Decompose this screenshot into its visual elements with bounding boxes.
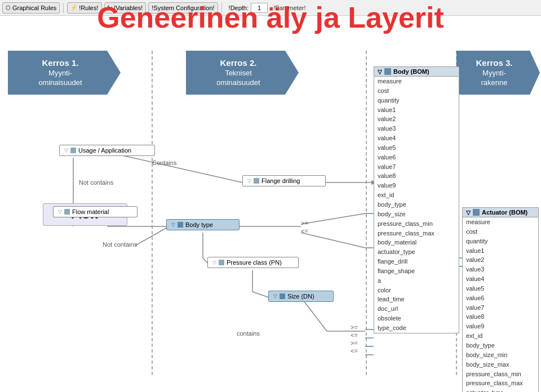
body-bom-row: quantity: [374, 96, 459, 105]
body-bom-row: body_size: [374, 210, 459, 219]
canvas: Kerros 1. Myynti- ominaisuudet Kerros 2.…: [0, 16, 541, 392]
actuator-bom-row: actuator_type: [463, 388, 538, 392]
layer1-line1: Kerros 1.: [42, 57, 78, 69]
body-bom-row: value3: [374, 124, 459, 133]
flange-drilling-node[interactable]: ▽ Flange drilling: [242, 175, 326, 186]
body-bom-row: value7: [374, 162, 459, 172]
graphical-rules-label: Graphical Rules: [12, 5, 56, 11]
flow-material-icon: [64, 209, 70, 215]
graphical-rules-button[interactable]: ⬡ Graphical Rules: [2, 2, 60, 14]
variables-button[interactable]: fx !Variables!: [104, 2, 147, 14]
gte-label-3: >=: [351, 340, 358, 346]
actuator-bom-row: body_size_max: [463, 360, 538, 369]
gte-label-2: >=: [351, 324, 358, 331]
body-bom-row: value4: [374, 133, 459, 143]
body-bom-row: pressure_class_max: [374, 229, 459, 238]
actuator-bom-title: Actuator (BOM): [482, 209, 527, 216]
body-type-node[interactable]: ▽ Body type: [166, 219, 240, 230]
contains-label: Contains: [152, 159, 176, 166]
layer2-line3: ominaisuudet: [216, 78, 260, 88]
pressure-class-node[interactable]: ▽ Pressure class (PN): [207, 257, 299, 268]
layer3-line2: Myynti-: [482, 69, 506, 78]
body-bom-row: type_code: [374, 323, 459, 333]
actuator-bom-table: ▽ Actuator (BOM) measurecostquantityvalu…: [462, 207, 539, 392]
pressure-icon: [219, 260, 224, 265]
body-bom-row: flange_shape: [374, 266, 459, 276]
actuator-bom-row: value4: [463, 274, 538, 284]
actuator-bom-icon: [473, 209, 480, 216]
flange-label: Flange drilling: [261, 177, 300, 184]
svg-line-16: [301, 298, 327, 331]
actuator-bom-row: body_type: [463, 341, 538, 350]
flange-icon: [254, 178, 259, 184]
layer3-line3: rakenne: [481, 78, 508, 88]
param-label: !Parameter!: [273, 5, 305, 11]
body-bom-row: value8: [374, 171, 459, 181]
svg-line-3: [105, 152, 242, 182]
actuator-bom-row: value3: [463, 265, 538, 274]
body-bom-row: body_type: [374, 200, 459, 210]
not-contains-label-2: Not contains: [103, 241, 137, 248]
actuator-bom-rows: measurecostquantityvalue1value2value3val…: [463, 217, 538, 392]
body-bom-header: ▽ Body (BOM): [374, 67, 459, 77]
body-type-label: Body type: [185, 221, 213, 228]
body-bom-row: lead_time: [374, 295, 459, 304]
actuator-bom-row: value2: [463, 255, 538, 265]
body-bom-title: Body (BOM): [393, 68, 429, 75]
size-dn-node[interactable]: ▽ Size (DN): [268, 291, 334, 302]
svg-line-13: [135, 226, 169, 246]
body-bom-row: value9: [374, 181, 459, 190]
rules-label: !Rules!: [79, 5, 98, 11]
actuator-bom-row: pressure_class_max: [463, 378, 538, 388]
layer2-line1: Kerros 2.: [220, 57, 256, 69]
lte-label-1: <=: [301, 228, 308, 234]
variables-label: fx !Variables!: [108, 5, 143, 11]
rules-button[interactable]: ⚡ !Rules!: [67, 2, 101, 14]
actuator-bom-row: value1: [463, 246, 538, 256]
toolbar: ⬡ Graphical Rules ⚡ !Rules! fx !Variable…: [0, 0, 541, 16]
actuator-bom-row: value6: [463, 293, 538, 303]
usage-label: Usage / Application: [78, 147, 131, 154]
rules-icon: ⚡: [70, 5, 77, 11]
body-bom-row: obsolete: [374, 314, 459, 323]
layer-3-arrow: Kerros 3. Myynti- rakenne: [456, 51, 540, 95]
depth-label: !Depth:: [229, 5, 249, 11]
contains-label-2: contains: [237, 330, 260, 337]
body-type-icon: [178, 222, 183, 228]
layer-1-arrow: Kerros 1. Myynti- ominaisuudet: [8, 51, 121, 95]
actuator-bom-row: value8: [463, 312, 538, 322]
body-bom-row: ext_id: [374, 190, 459, 200]
actuator-bom-row: pressure_class_min: [463, 369, 538, 379]
body-bom-row: doc_url: [374, 304, 459, 314]
separator-1: [63, 3, 64, 13]
actuator-bom-row: value7: [463, 303, 538, 313]
body-bom-row: pressure_class_min: [374, 219, 459, 229]
actuator-bom-row: value9: [463, 322, 538, 331]
body-bom-row: actuator_type: [374, 247, 459, 257]
body-bom-row: body_material: [374, 238, 459, 247]
layer2-line2: Tekniset: [225, 69, 252, 78]
separator-2: [221, 3, 222, 13]
body-bom-row: value1: [374, 105, 459, 115]
depth-input[interactable]: [251, 3, 268, 13]
not-contains-label-1: Not contains: [79, 179, 113, 186]
body-bom-icon: [384, 68, 391, 75]
usage-icon: [70, 148, 76, 153]
layer3-line1: Kerros 3.: [476, 57, 512, 69]
actuator-bom-header: ▽ Actuator (BOM): [463, 208, 538, 217]
body-bom-row: value2: [374, 114, 459, 124]
usage-application-node[interactable]: ▽ Usage / Application: [59, 145, 155, 156]
layer1-line3: ominaisuudet: [38, 78, 82, 88]
graphical-rules-icon: ⬡: [6, 5, 11, 11]
flow-material-node[interactable]: ▽ Flow material: [53, 206, 138, 217]
actuator-bom-row: body_size_min: [463, 350, 538, 360]
layer-2-arrow: Kerros 2. Tekniset ominaisuudet: [186, 51, 299, 95]
system-config-button[interactable]: !System Configuration!: [148, 2, 218, 14]
lte-label-2: <=: [351, 332, 358, 338]
actuator-bom-row: cost: [463, 227, 538, 237]
body-bom-row: value6: [374, 153, 459, 162]
size-icon: [280, 293, 285, 299]
size-label: Size (DN): [287, 293, 314, 300]
system-config-label: !System Configuration!: [152, 5, 214, 11]
body-bom-row: flange_drill: [374, 257, 459, 266]
